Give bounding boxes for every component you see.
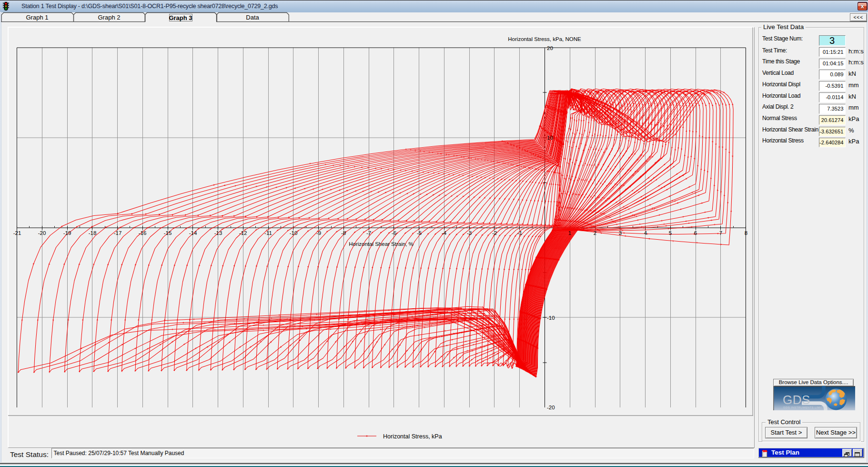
svg-text:-5: -5 (417, 230, 422, 235)
svg-text:-13: -13 (214, 230, 222, 235)
svg-text:-7: -7 (366, 230, 371, 235)
svg-text:-1: -1 (517, 230, 522, 235)
svg-text:7: 7 (719, 230, 722, 235)
svg-text:Graph 1: Graph 1 (26, 14, 49, 21)
svg-text:-10: -10 (290, 230, 298, 235)
svg-text:1: 1 (568, 230, 571, 235)
svg-text:8: 8 (745, 230, 747, 235)
svg-text:-14: -14 (189, 230, 197, 235)
svg-text:20: 20 (547, 45, 553, 51)
svg-text:3: 3 (619, 230, 622, 235)
svg-text:-8: -8 (341, 230, 346, 235)
svg-text:-16: -16 (139, 230, 147, 235)
svg-text:Data: Data (246, 14, 259, 21)
svg-text:-10: -10 (547, 315, 555, 320)
svg-text:Horizontal Stress, kPa: Horizontal Stress, kPa (383, 433, 442, 439)
svg-text:-9: -9 (316, 230, 321, 235)
svg-text:5: 5 (669, 230, 672, 235)
svg-text:2: 2 (594, 230, 596, 235)
svg-text:-6: -6 (392, 230, 396, 235)
svg-text:4: 4 (644, 230, 647, 235)
svg-text:Graph 3: Graph 3 (169, 14, 192, 21)
svg-text:-17: -17 (114, 230, 122, 235)
svg-text:-15: -15 (164, 230, 172, 235)
svg-text:-20: -20 (547, 404, 555, 410)
svg-text:6: 6 (694, 230, 697, 235)
svg-text:10: 10 (547, 134, 553, 140)
svg-text:Horizontal Stress, kPa, NONE: Horizontal Stress, kPa, NONE (508, 36, 581, 41)
svg-text:GDS INSTRUMENTS LIMITED: GDS INSTRUMENTS LIMITED (783, 406, 828, 409)
svg-text:-18: -18 (89, 230, 97, 235)
svg-text:-3: -3 (467, 230, 472, 235)
svg-text:-21: -21 (13, 230, 21, 235)
svg-text:-4: -4 (442, 230, 447, 235)
svg-text:-12: -12 (239, 230, 247, 235)
svg-text:Graph 2: Graph 2 (98, 14, 121, 21)
svg-text:-2: -2 (492, 230, 497, 235)
svg-text:-20: -20 (38, 230, 46, 235)
svg-text:-19: -19 (63, 230, 71, 235)
svg-text:GDS: GDS (783, 393, 810, 407)
svg-text:Horizontal Shear Strain, %: Horizontal Shear Strain, % (349, 241, 414, 246)
svg-text:-11: -11 (264, 230, 272, 235)
